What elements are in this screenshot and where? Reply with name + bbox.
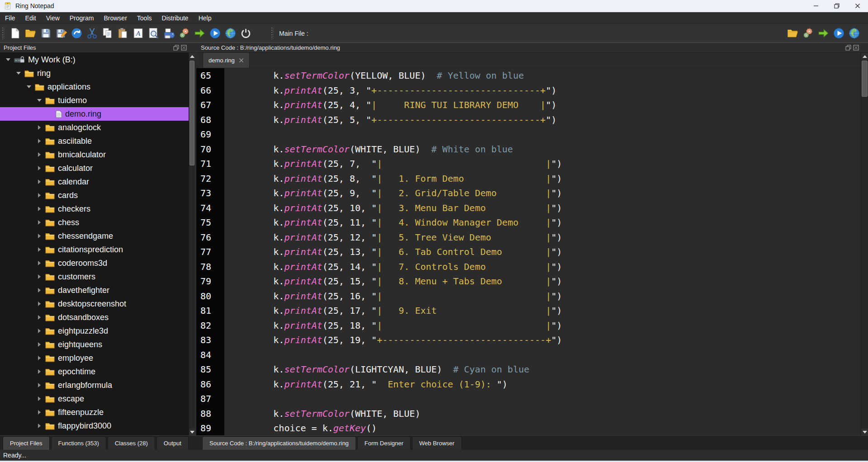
new-file-button[interactable] [7,26,23,41]
scroll-up-icon[interactable] [861,53,868,60]
tree-item-escape[interactable]: escape [0,392,189,405]
chevron-collapsed-icon[interactable] [36,152,43,157]
close-button[interactable] [847,0,868,12]
code-editor[interactable]: 65 k.setTermColor(YELLOW, BLUE) # Yellow… [196,68,861,435]
chevron-collapsed-icon[interactable] [36,383,43,387]
tree-item-asciitable[interactable]: asciitable [0,134,189,148]
scroll-up-icon[interactable] [189,53,195,60]
redo-button[interactable] [69,26,84,41]
tree-item-davethefighter[interactable]: davethefighter [0,283,189,297]
settings-gears-button[interactable] [176,26,192,41]
stop-power-button[interactable] [238,26,253,41]
tree-item-calendar[interactable]: calendar [0,175,189,189]
tree-item-tuidemo[interactable]: tuidemo [0,94,189,107]
tree-item-fifteenpuzzle[interactable]: fifteenpuzzle [0,405,189,419]
find-button[interactable] [146,26,161,41]
chevron-expanded-icon[interactable] [15,72,22,75]
scroll-down-icon[interactable] [189,429,195,435]
maximize-restore-button[interactable] [826,0,847,12]
run-button[interactable] [831,26,846,41]
tree-item-chess[interactable]: chess [0,216,189,229]
tab-close-icon[interactable] [239,58,244,63]
menu-item-browser[interactable]: Browser [99,13,132,24]
chevron-collapsed-icon[interactable] [36,234,43,238]
tree-item-analogclock[interactable]: analogclock [0,121,189,134]
tab-demo-ring[interactable]: demo.ring [203,52,250,68]
tree-item-desktopscreenshot[interactable]: desktopscreenshot [0,297,189,311]
chevron-collapsed-icon[interactable] [36,288,43,292]
bottom-tab-project-files[interactable]: Project Files [3,436,50,450]
float-icon[interactable] [173,45,179,51]
tree-item-flappybird3000[interactable]: flappybird3000 [0,419,189,433]
minimize-button[interactable] [806,0,826,12]
cut-button[interactable] [84,26,100,41]
chevron-collapsed-icon[interactable] [36,369,43,374]
bottom-tab-functions-353[interactable]: Functions (353) [51,436,106,450]
run-button[interactable] [207,26,223,41]
run-gui-globe-button[interactable] [846,26,862,41]
bottom-tab-classes-28[interactable]: Classes (28) [108,436,155,450]
tree-item-bmicalculator[interactable]: bmicalculator [0,148,189,161]
settings-gears-button[interactable] [800,26,816,41]
chevron-collapsed-icon[interactable] [36,220,43,225]
copy-button[interactable] [100,26,115,41]
menu-item-edit[interactable]: Edit [20,13,41,24]
chevron-collapsed-icon[interactable] [36,274,43,279]
bottom-tab-output[interactable]: Output [157,436,189,450]
closebox-icon[interactable] [853,45,859,51]
chevron-collapsed-icon[interactable] [36,410,43,415]
tree-item-chessendgame[interactable]: chessendgame [0,229,189,243]
menu-item-help[interactable]: Help [194,13,217,24]
menu-item-file[interactable]: File [0,13,20,24]
tree-item-employee[interactable]: employee [0,351,189,365]
tree-item-dotsandboxes[interactable]: dotsandboxes [0,311,189,324]
bottom-tab-source-code-b-ring-applications-tuidemo-demo-ring[interactable]: Source Code : B:/ring/applications/tuide… [202,436,356,450]
chevron-collapsed-icon[interactable] [36,166,43,170]
chevron-collapsed-icon[interactable] [36,302,43,306]
tree-item-coderooms3d[interactable]: coderooms3d [0,256,189,270]
chevron-collapsed-icon[interactable] [36,179,43,184]
chevron-collapsed-icon[interactable] [36,315,43,320]
open-folder-button[interactable] [785,26,800,41]
tree-item-applications[interactable]: applications [0,80,189,94]
print-button[interactable] [161,26,176,41]
menu-item-view[interactable]: View [41,13,65,24]
chevron-collapsed-icon[interactable] [36,193,43,198]
tree-item-cards[interactable]: cards [0,189,189,202]
bottom-tab-web-browser[interactable]: Web Browser [412,436,462,450]
tree-item-my-work-b[interactable]: My Work (B:) [0,53,189,66]
chevron-expanded-icon[interactable] [36,99,43,102]
goto-arrow-button[interactable] [192,26,207,41]
chevron-collapsed-icon[interactable] [36,207,43,211]
menu-item-program[interactable]: Program [65,13,99,24]
menu-item-tools[interactable]: Tools [132,13,157,24]
paste-button[interactable] [115,26,130,41]
chevron-collapsed-icon[interactable] [36,329,43,333]
chevron-collapsed-icon[interactable] [36,342,43,347]
tree-item-epochtime[interactable]: epochtime [0,365,189,378]
tree-item-checkers[interactable]: checkers [0,202,189,216]
scroll-down-icon[interactable] [861,429,868,435]
chevron-collapsed-icon[interactable] [36,247,43,252]
tree-item-citationsprediction[interactable]: citationsprediction [0,243,189,256]
chevron-collapsed-icon[interactable] [36,356,43,360]
float-icon[interactable] [845,45,851,51]
chevron-expanded-icon[interactable] [5,58,11,61]
chevron-expanded-icon[interactable] [25,85,32,88]
chevron-collapsed-icon[interactable] [36,424,43,428]
scrollbar-thumb[interactable] [862,61,868,97]
scrollbar-thumb[interactable] [190,61,194,165]
tree-item-demo-ring[interactable]: demo.ring [0,107,189,121]
tree-item-eightpuzzle3d[interactable]: eightpuzzle3d [0,324,189,338]
closebox-icon[interactable] [181,45,187,51]
font-button[interactable]: A [130,26,146,41]
menu-item-distribute[interactable]: Distribute [157,13,194,24]
run-gui-globe-button[interactable] [223,26,238,41]
save-as-button[interactable] [53,26,69,41]
tree-item-erlangbformula[interactable]: erlangbformula [0,378,189,392]
chevron-collapsed-icon[interactable] [36,139,43,143]
editor-scrollbar[interactable] [861,53,868,435]
tree-item-eightqueens[interactable]: eightqueens [0,338,189,351]
chevron-collapsed-icon[interactable] [36,396,43,401]
toolbar-grip[interactable] [2,28,5,39]
